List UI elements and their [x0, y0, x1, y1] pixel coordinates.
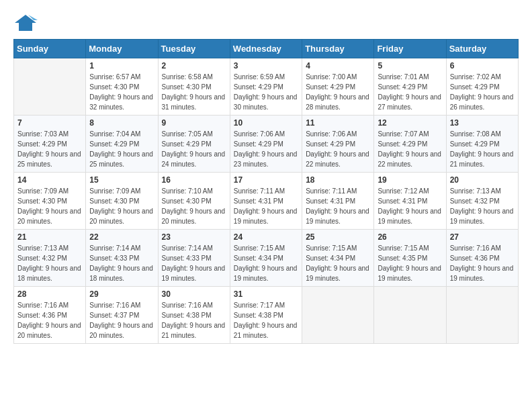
day-info: Sunrise: 7:11 AMSunset: 4:31 PMDaylight:…	[306, 186, 370, 226]
day-number: 29	[89, 289, 154, 299]
day-info: Sunrise: 7:15 AMSunset: 4:34 PMDaylight:…	[306, 243, 370, 283]
calendar-week-row: 14Sunrise: 7:09 AMSunset: 4:30 PMDayligh…	[14, 173, 519, 230]
day-number: 13	[450, 118, 515, 128]
day-number: 23	[162, 232, 226, 242]
page-header	[13, 13, 519, 32]
calendar-cell: 5Sunrise: 7:01 AMSunset: 4:29 PMDaylight…	[374, 58, 446, 116]
calendar-cell	[446, 287, 518, 344]
calendar-cell: 3Sunrise: 6:59 AMSunset: 4:29 PMDaylight…	[230, 58, 302, 116]
day-number: 12	[378, 118, 442, 128]
logo	[13, 13, 40, 32]
calendar-cell: 12Sunrise: 7:07 AMSunset: 4:29 PMDayligh…	[374, 116, 446, 173]
day-info: Sunrise: 7:07 AMSunset: 4:29 PMDaylight:…	[378, 129, 442, 169]
calendar-cell: 10Sunrise: 7:06 AMSunset: 4:29 PMDayligh…	[230, 116, 302, 173]
day-info: Sunrise: 7:10 AMSunset: 4:30 PMDaylight:…	[162, 186, 226, 226]
day-info: Sunrise: 7:17 AMSunset: 4:38 PMDaylight:…	[234, 300, 298, 340]
calendar-cell: 2Sunrise: 6:58 AMSunset: 4:30 PMDaylight…	[158, 58, 230, 116]
day-header-thursday: Thursday	[302, 40, 374, 58]
calendar-cell: 21Sunrise: 7:13 AMSunset: 4:32 PMDayligh…	[14, 230, 86, 287]
calendar-cell: 7Sunrise: 7:03 AMSunset: 4:29 PMDaylight…	[14, 116, 86, 173]
day-info: Sunrise: 7:16 AMSunset: 4:37 PMDaylight:…	[89, 300, 154, 340]
calendar-cell: 25Sunrise: 7:15 AMSunset: 4:34 PMDayligh…	[302, 230, 374, 287]
calendar-week-row: 28Sunrise: 7:16 AMSunset: 4:36 PMDayligh…	[14, 287, 519, 344]
calendar-cell	[302, 287, 374, 344]
svg-marker-0	[15, 15, 36, 31]
day-info: Sunrise: 7:16 AMSunset: 4:36 PMDaylight:…	[450, 243, 515, 283]
day-info: Sunrise: 7:15 AMSunset: 4:35 PMDaylight:…	[378, 243, 442, 283]
logo-icon	[13, 13, 38, 32]
calendar-cell: 17Sunrise: 7:11 AMSunset: 4:31 PMDayligh…	[230, 173, 302, 230]
calendar-cell: 13Sunrise: 7:08 AMSunset: 4:29 PMDayligh…	[446, 116, 518, 173]
calendar-cell: 22Sunrise: 7:14 AMSunset: 4:33 PMDayligh…	[86, 230, 158, 287]
calendar-cell: 8Sunrise: 7:04 AMSunset: 4:29 PMDaylight…	[86, 116, 158, 173]
calendar-cell: 15Sunrise: 7:09 AMSunset: 4:30 PMDayligh…	[86, 173, 158, 230]
day-number: 3	[234, 61, 298, 71]
day-info: Sunrise: 7:05 AMSunset: 4:29 PMDaylight:…	[162, 129, 226, 169]
day-number: 15	[89, 175, 154, 185]
day-info: Sunrise: 7:13 AMSunset: 4:32 PMDaylight:…	[450, 186, 515, 226]
calendar-cell: 18Sunrise: 7:11 AMSunset: 4:31 PMDayligh…	[302, 173, 374, 230]
day-number: 24	[234, 232, 298, 242]
day-info: Sunrise: 7:16 AMSunset: 4:36 PMDaylight:…	[17, 300, 82, 340]
day-number: 1	[89, 61, 154, 71]
day-number: 27	[450, 232, 515, 242]
day-number: 6	[450, 61, 515, 71]
calendar-cell: 28Sunrise: 7:16 AMSunset: 4:36 PMDayligh…	[14, 287, 86, 344]
calendar-week-row: 1Sunrise: 6:57 AMSunset: 4:30 PMDaylight…	[14, 58, 519, 116]
day-info: Sunrise: 6:58 AMSunset: 4:30 PMDaylight:…	[162, 72, 226, 112]
day-info: Sunrise: 7:06 AMSunset: 4:29 PMDaylight:…	[306, 129, 370, 169]
day-number: 5	[378, 61, 442, 71]
day-info: Sunrise: 7:08 AMSunset: 4:29 PMDaylight:…	[450, 129, 515, 169]
day-number: 8	[89, 118, 154, 128]
calendar-cell: 20Sunrise: 7:13 AMSunset: 4:32 PMDayligh…	[446, 173, 518, 230]
day-number: 22	[89, 232, 154, 242]
calendar-cell: 27Sunrise: 7:16 AMSunset: 4:36 PMDayligh…	[446, 230, 518, 287]
day-header-tuesday: Tuesday	[158, 40, 230, 58]
calendar-cell: 31Sunrise: 7:17 AMSunset: 4:38 PMDayligh…	[230, 287, 302, 344]
day-number: 7	[17, 118, 82, 128]
calendar-cell: 16Sunrise: 7:10 AMSunset: 4:30 PMDayligh…	[158, 173, 230, 230]
calendar-cell: 19Sunrise: 7:12 AMSunset: 4:31 PMDayligh…	[374, 173, 446, 230]
calendar-cell: 30Sunrise: 7:16 AMSunset: 4:38 PMDayligh…	[158, 287, 230, 344]
day-header-monday: Monday	[86, 40, 158, 58]
day-info: Sunrise: 7:02 AMSunset: 4:29 PMDaylight:…	[450, 72, 515, 112]
day-number: 25	[306, 232, 370, 242]
calendar-cell: 11Sunrise: 7:06 AMSunset: 4:29 PMDayligh…	[302, 116, 374, 173]
calendar-cell: 1Sunrise: 6:57 AMSunset: 4:30 PMDaylight…	[86, 58, 158, 116]
day-info: Sunrise: 7:04 AMSunset: 4:29 PMDaylight:…	[89, 129, 154, 169]
day-header-friday: Friday	[374, 40, 446, 58]
day-info: Sunrise: 7:09 AMSunset: 4:30 PMDaylight:…	[17, 186, 82, 226]
day-info: Sunrise: 6:59 AMSunset: 4:29 PMDaylight:…	[234, 72, 298, 112]
day-info: Sunrise: 7:01 AMSunset: 4:29 PMDaylight:…	[378, 72, 442, 112]
day-header-sunday: Sunday	[14, 40, 86, 58]
calendar-cell: 9Sunrise: 7:05 AMSunset: 4:29 PMDaylight…	[158, 116, 230, 173]
day-number: 16	[162, 175, 226, 185]
calendar-cell	[14, 58, 86, 116]
day-info: Sunrise: 7:13 AMSunset: 4:32 PMDaylight:…	[17, 243, 82, 283]
day-number: 30	[162, 289, 226, 299]
calendar-cell: 23Sunrise: 7:14 AMSunset: 4:33 PMDayligh…	[158, 230, 230, 287]
day-number: 9	[162, 118, 226, 128]
day-number: 26	[378, 232, 442, 242]
day-info: Sunrise: 7:14 AMSunset: 4:33 PMDaylight:…	[162, 243, 226, 283]
calendar-cell: 4Sunrise: 7:00 AMSunset: 4:29 PMDaylight…	[302, 58, 374, 116]
calendar-header-row: SundayMondayTuesdayWednesdayThursdayFrid…	[14, 40, 519, 58]
calendar-cell: 6Sunrise: 7:02 AMSunset: 4:29 PMDaylight…	[446, 58, 518, 116]
day-number: 14	[17, 175, 82, 185]
day-info: Sunrise: 7:11 AMSunset: 4:31 PMDaylight:…	[234, 186, 298, 226]
day-number: 4	[306, 61, 370, 71]
day-number: 2	[162, 61, 226, 71]
calendar-cell	[374, 287, 446, 344]
calendar-table: SundayMondayTuesdayWednesdayThursdayFrid…	[13, 39, 519, 344]
day-info: Sunrise: 7:15 AMSunset: 4:34 PMDaylight:…	[234, 243, 298, 283]
day-info: Sunrise: 7:00 AMSunset: 4:29 PMDaylight:…	[306, 72, 370, 112]
day-number: 17	[234, 175, 298, 185]
calendar-week-row: 21Sunrise: 7:13 AMSunset: 4:32 PMDayligh…	[14, 230, 519, 287]
day-info: Sunrise: 6:57 AMSunset: 4:30 PMDaylight:…	[89, 72, 154, 112]
day-number: 11	[306, 118, 370, 128]
calendar-cell: 26Sunrise: 7:15 AMSunset: 4:35 PMDayligh…	[374, 230, 446, 287]
day-number: 21	[17, 232, 82, 242]
day-number: 18	[306, 175, 370, 185]
day-number: 19	[378, 175, 442, 185]
calendar-cell: 24Sunrise: 7:15 AMSunset: 4:34 PMDayligh…	[230, 230, 302, 287]
